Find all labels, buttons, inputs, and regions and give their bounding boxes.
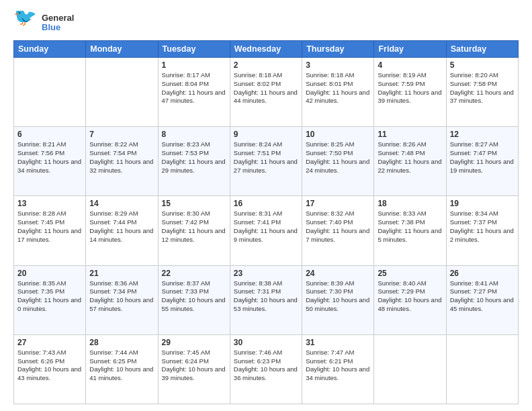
calendar-cell: 27Sunrise: 7:43 AM Sunset: 6:26 PM Dayli… bbox=[14, 334, 86, 404]
calendar-cell: 20Sunrise: 8:35 AM Sunset: 7:35 PM Dayli… bbox=[14, 265, 86, 334]
day-number: 12 bbox=[450, 130, 515, 139]
calendar-cell: 25Sunrise: 8:40 AM Sunset: 7:29 PM Dayli… bbox=[374, 265, 446, 334]
calendar-cell: 31Sunrise: 7:47 AM Sunset: 6:21 PM Dayli… bbox=[302, 334, 374, 404]
cell-data: Sunrise: 8:34 AM Sunset: 7:37 PM Dayligh… bbox=[450, 210, 515, 244]
cell-data: Sunrise: 7:45 AM Sunset: 6:24 PM Dayligh… bbox=[162, 349, 226, 383]
cell-data: Sunrise: 8:24 AM Sunset: 7:51 PM Dayligh… bbox=[234, 140, 298, 175]
calendar-cell: 15Sunrise: 8:30 AM Sunset: 7:42 PM Dayli… bbox=[158, 196, 230, 265]
day-number: 26 bbox=[450, 269, 515, 278]
calendar-cell: 13Sunrise: 8:28 AM Sunset: 7:45 PM Dayli… bbox=[14, 196, 86, 265]
day-number: 7 bbox=[89, 130, 154, 139]
calendar-cell: 5Sunrise: 8:20 AM Sunset: 7:58 PM Daylig… bbox=[446, 58, 518, 127]
day-number: 24 bbox=[306, 269, 370, 278]
calendar-header-row: SundayMondayTuesdayWednesdayThursdayFrid… bbox=[14, 41, 519, 58]
cell-data: Sunrise: 7:44 AM Sunset: 6:25 PM Dayligh… bbox=[89, 349, 154, 383]
calendar-cell: 26Sunrise: 8:41 AM Sunset: 7:27 PM Dayli… bbox=[446, 265, 518, 334]
cell-data: Sunrise: 8:27 AM Sunset: 7:47 PM Dayligh… bbox=[450, 140, 515, 175]
calendar-week-2: 6Sunrise: 8:21 AM Sunset: 7:56 PM Daylig… bbox=[14, 127, 519, 196]
day-number: 28 bbox=[89, 338, 154, 347]
calendar-cell: 6Sunrise: 8:21 AM Sunset: 7:56 PM Daylig… bbox=[14, 127, 86, 196]
logo: 🐦 General Blue bbox=[13, 11, 74, 35]
page: 🐦 General Blue SundayMondayTuesdayWednes… bbox=[0, 0, 532, 411]
calendar-cell: 3Sunrise: 8:18 AM Sunset: 8:01 PM Daylig… bbox=[302, 58, 374, 127]
day-header-thursday: Thursday bbox=[302, 41, 374, 58]
day-number: 14 bbox=[89, 199, 154, 208]
cell-data: Sunrise: 8:32 AM Sunset: 7:40 PM Dayligh… bbox=[306, 210, 370, 244]
calendar-cell: 19Sunrise: 8:34 AM Sunset: 7:37 PM Dayli… bbox=[446, 196, 518, 265]
calendar-cell: 17Sunrise: 8:32 AM Sunset: 7:40 PM Dayli… bbox=[302, 196, 374, 265]
day-number: 4 bbox=[378, 60, 442, 70]
cell-data: Sunrise: 8:26 AM Sunset: 7:48 PM Dayligh… bbox=[378, 140, 442, 175]
cell-data: Sunrise: 8:31 AM Sunset: 7:41 PM Dayligh… bbox=[234, 210, 298, 244]
cell-data: Sunrise: 8:33 AM Sunset: 7:38 PM Dayligh… bbox=[378, 210, 442, 244]
cell-data: Sunrise: 8:23 AM Sunset: 7:53 PM Dayligh… bbox=[162, 140, 226, 175]
day-header-saturday: Saturday bbox=[446, 41, 518, 58]
day-number: 23 bbox=[234, 269, 298, 278]
calendar-cell: 8Sunrise: 8:23 AM Sunset: 7:53 PM Daylig… bbox=[158, 127, 230, 196]
calendar-cell: 29Sunrise: 7:45 AM Sunset: 6:24 PM Dayli… bbox=[158, 334, 230, 404]
calendar-cell: 4Sunrise: 8:19 AM Sunset: 7:59 PM Daylig… bbox=[374, 58, 446, 127]
svg-text:🐦: 🐦 bbox=[13, 11, 37, 28]
calendar-week-5: 27Sunrise: 7:43 AM Sunset: 6:26 PM Dayli… bbox=[14, 334, 519, 404]
day-number: 13 bbox=[17, 199, 82, 208]
day-header-monday: Monday bbox=[86, 41, 158, 58]
calendar-cell: 12Sunrise: 8:27 AM Sunset: 7:47 PM Dayli… bbox=[446, 127, 518, 196]
calendar-cell: 2Sunrise: 8:18 AM Sunset: 8:02 PM Daylig… bbox=[230, 58, 302, 127]
cell-data: Sunrise: 8:18 AM Sunset: 8:01 PM Dayligh… bbox=[306, 71, 370, 105]
calendar-cell: 7Sunrise: 8:22 AM Sunset: 7:54 PM Daylig… bbox=[86, 127, 158, 196]
day-number: 5 bbox=[450, 60, 515, 70]
cell-data: Sunrise: 7:46 AM Sunset: 6:23 PM Dayligh… bbox=[234, 349, 298, 383]
cell-data: Sunrise: 8:41 AM Sunset: 7:27 PM Dayligh… bbox=[450, 279, 515, 314]
day-number: 27 bbox=[17, 338, 82, 347]
day-header-sunday: Sunday bbox=[14, 41, 86, 58]
calendar-week-3: 13Sunrise: 8:28 AM Sunset: 7:45 PM Dayli… bbox=[14, 196, 519, 265]
cell-data: Sunrise: 7:43 AM Sunset: 6:26 PM Dayligh… bbox=[17, 349, 82, 383]
day-number: 15 bbox=[162, 199, 226, 208]
day-number: 30 bbox=[234, 338, 298, 347]
calendar-cell bbox=[446, 334, 518, 404]
calendar-cell: 24Sunrise: 8:39 AM Sunset: 7:30 PM Dayli… bbox=[302, 265, 374, 334]
day-number: 3 bbox=[306, 60, 370, 70]
day-number: 6 bbox=[17, 130, 82, 139]
cell-data: Sunrise: 8:22 AM Sunset: 7:54 PM Dayligh… bbox=[89, 140, 154, 175]
calendar-cell: 11Sunrise: 8:26 AM Sunset: 7:48 PM Dayli… bbox=[374, 127, 446, 196]
day-number: 8 bbox=[162, 130, 226, 139]
calendar-cell: 18Sunrise: 8:33 AM Sunset: 7:38 PM Dayli… bbox=[374, 196, 446, 265]
day-number: 16 bbox=[234, 199, 298, 208]
calendar-cell: 23Sunrise: 8:38 AM Sunset: 7:31 PM Dayli… bbox=[230, 265, 302, 334]
cell-data: Sunrise: 8:35 AM Sunset: 7:35 PM Dayligh… bbox=[17, 279, 82, 314]
cell-data: Sunrise: 8:18 AM Sunset: 8:02 PM Dayligh… bbox=[234, 71, 298, 105]
calendar-cell: 9Sunrise: 8:24 AM Sunset: 7:51 PM Daylig… bbox=[230, 127, 302, 196]
day-number: 25 bbox=[378, 269, 442, 278]
day-number: 31 bbox=[306, 338, 370, 347]
calendar-cell bbox=[374, 334, 446, 404]
day-number: 18 bbox=[378, 199, 442, 208]
calendar-cell: 28Sunrise: 7:44 AM Sunset: 6:25 PM Dayli… bbox=[86, 334, 158, 404]
day-header-tuesday: Tuesday bbox=[158, 41, 230, 58]
day-number: 1 bbox=[162, 60, 226, 70]
cell-data: Sunrise: 8:20 AM Sunset: 7:58 PM Dayligh… bbox=[450, 71, 515, 105]
cell-data: Sunrise: 7:47 AM Sunset: 6:21 PM Dayligh… bbox=[306, 349, 370, 383]
day-number: 21 bbox=[89, 269, 154, 278]
day-number: 11 bbox=[378, 130, 442, 139]
day-number: 19 bbox=[450, 199, 515, 208]
cell-data: Sunrise: 8:29 AM Sunset: 7:44 PM Dayligh… bbox=[89, 210, 154, 244]
calendar-cell: 21Sunrise: 8:36 AM Sunset: 7:34 PM Dayli… bbox=[86, 265, 158, 334]
day-header-wednesday: Wednesday bbox=[230, 41, 302, 58]
day-number: 2 bbox=[234, 60, 298, 70]
day-number: 22 bbox=[162, 269, 226, 278]
calendar-week-1: 1Sunrise: 8:17 AM Sunset: 8:04 PM Daylig… bbox=[14, 58, 519, 127]
calendar-cell: 22Sunrise: 8:37 AM Sunset: 7:33 PM Dayli… bbox=[158, 265, 230, 334]
logo-text-blue: Blue bbox=[42, 23, 74, 32]
day-number: 29 bbox=[162, 338, 226, 347]
cell-data: Sunrise: 8:38 AM Sunset: 7:31 PM Dayligh… bbox=[234, 279, 298, 314]
cell-data: Sunrise: 8:39 AM Sunset: 7:30 PM Dayligh… bbox=[306, 279, 370, 314]
header: 🐦 General Blue bbox=[13, 11, 519, 35]
cell-data: Sunrise: 8:25 AM Sunset: 7:50 PM Dayligh… bbox=[306, 140, 370, 175]
calendar-cell: 10Sunrise: 8:25 AM Sunset: 7:50 PM Dayli… bbox=[302, 127, 374, 196]
cell-data: Sunrise: 8:17 AM Sunset: 8:04 PM Dayligh… bbox=[162, 71, 226, 105]
day-number: 9 bbox=[234, 130, 298, 139]
cell-data: Sunrise: 8:30 AM Sunset: 7:42 PM Dayligh… bbox=[162, 210, 226, 244]
calendar-cell bbox=[86, 58, 158, 127]
calendar-cell: 14Sunrise: 8:29 AM Sunset: 7:44 PM Dayli… bbox=[86, 196, 158, 265]
